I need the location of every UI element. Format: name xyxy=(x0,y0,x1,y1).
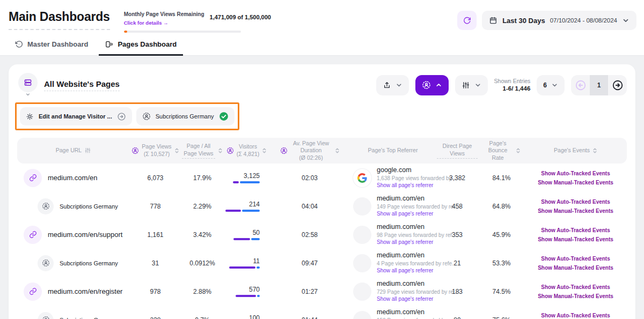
visitors-value: 11 xyxy=(253,257,260,265)
chevron-down-icon xyxy=(622,17,630,24)
pagination: 1 xyxy=(571,75,627,95)
column-sum: (Σ 10,527) xyxy=(142,151,171,158)
show-auto-events-link[interactable]: Show Auto-Tracked Events xyxy=(541,313,610,318)
sort-icon[interactable] xyxy=(262,147,267,154)
show-manual-events-link[interactable]: Show Manual-Tracked Events xyxy=(538,293,613,299)
show-auto-events-link[interactable]: Show Auto-Tracked Events xyxy=(541,199,610,205)
tab-pages-dashboard[interactable]: Pages Dashboard xyxy=(99,36,183,56)
arrow-circle-right-icon xyxy=(117,112,126,121)
export-icon xyxy=(383,81,391,90)
shown-entries-value: 1-6/ 1,446 xyxy=(503,85,531,93)
page-url-cell: Subcriptions Germany xyxy=(17,255,130,271)
page-url-label[interactable]: Subcriptions Germany xyxy=(60,260,118,266)
page-url-label[interactable]: medium.com/en xyxy=(48,174,97,182)
visitor-segment-chip[interactable]: Subcriptions Germany xyxy=(136,107,235,125)
page-title: Main Dashboards xyxy=(9,10,110,30)
dashboard-tabs: Master Dashboard Pages Dashboard xyxy=(0,33,644,56)
sort-icon[interactable] xyxy=(516,147,521,154)
column-label: Page URL xyxy=(56,147,82,154)
show-all-referrer-link[interactable]: Show all page's referrer xyxy=(377,211,436,218)
visitors-cell: 11 xyxy=(224,257,269,269)
visitors-value: 3,125 xyxy=(244,172,260,180)
sort-icon[interactable] xyxy=(592,147,597,154)
current-page-number: 1 xyxy=(590,75,608,95)
referrer-favicon xyxy=(353,197,371,216)
sort-icon[interactable] xyxy=(335,147,340,154)
share-value: 17.9% xyxy=(181,174,224,182)
column-direct: Direct Page Views xyxy=(436,143,479,159)
column-referrer: Page's Top Referrer xyxy=(350,147,436,154)
bounce-rate-value: 75.6% xyxy=(479,316,524,319)
referrer-favicon xyxy=(353,283,371,301)
referrer-name: medium.com/en xyxy=(377,251,436,260)
page-url-label[interactable]: medium.com/en/support xyxy=(48,231,122,239)
visitors-bar-purple xyxy=(225,210,241,212)
page-url-cell: medium.com/en xyxy=(17,169,130,187)
visitors-cell: 214 xyxy=(224,201,269,212)
column-settings-button[interactable] xyxy=(455,75,488,95)
visitor-icon xyxy=(38,312,54,319)
show-all-referrer-link[interactable]: Show all page's referrer xyxy=(377,182,436,189)
visitors-bar-purple xyxy=(233,238,250,240)
sliders-mini-icon[interactable] xyxy=(84,147,91,154)
date-range-picker[interactable]: Last 30 Days 07/10/2024 - 08/08/2024 xyxy=(482,11,636,30)
page-url-label[interactable]: medium.com/en/register xyxy=(48,287,122,295)
sort-icon[interactable] xyxy=(174,147,179,154)
next-page-button[interactable] xyxy=(608,75,627,95)
show-auto-events-link[interactable]: Show Auto-Tracked Events xyxy=(541,256,610,262)
quota-progress-fill xyxy=(124,31,128,33)
direct-views-value: 21 xyxy=(436,259,479,267)
page-size-value: 6 xyxy=(543,81,547,89)
page-url-cell: medium.com/en/support xyxy=(17,226,130,244)
show-all-referrer-link[interactable]: Show all page's referrer xyxy=(377,268,436,275)
show-manual-events-link[interactable]: Show Manual-Tracked Events xyxy=(538,265,613,271)
edit-manage-visitor-button[interactable]: Edit and Manage Visitor ... xyxy=(20,107,132,125)
referrer-name: medium.com/en xyxy=(377,223,436,232)
widget-type-selector[interactable] xyxy=(17,73,39,97)
sort-icon[interactable] xyxy=(218,147,223,154)
visitors-bar xyxy=(229,266,260,269)
referrer-favicon xyxy=(353,311,371,319)
show-auto-events-link[interactable]: Show Auto-Tracked Events xyxy=(541,284,610,290)
export-button[interactable] xyxy=(376,75,409,95)
show-auto-events-link[interactable]: Show Auto-Tracked Events xyxy=(541,227,610,233)
show-all-referrer-link[interactable]: Show all page's referrer xyxy=(377,239,436,246)
direct-views-value: 80 xyxy=(436,316,479,319)
table-row: Subcriptions Germany 778 2.29% 214 04:04… xyxy=(17,192,627,220)
show-manual-events-link[interactable]: Show Manual-Tracked Events xyxy=(538,208,613,214)
share-value: 2.29% xyxy=(181,203,224,210)
history-icon xyxy=(15,40,23,48)
visitor-segment-button[interactable] xyxy=(415,75,449,95)
referrer-detail: 98 Page views forwarded by ref... xyxy=(377,232,436,239)
filter-label: Edit and Manage Visitor ... xyxy=(39,113,112,120)
page-url-label[interactable]: Subcriptions Germany xyxy=(60,203,118,210)
column-label: Av. Page View Duration xyxy=(290,140,332,154)
column-visitors: Visitors (Σ 4,821) xyxy=(224,143,269,158)
show-manual-events-link[interactable]: Show Manual-Tracked Events xyxy=(538,180,613,186)
duration-value: 02:03 xyxy=(269,174,350,182)
events-cell: Show Auto-Tracked Events Show Manual-Tra… xyxy=(524,256,627,271)
page-url-label[interactable]: Subcriptions Germany xyxy=(60,317,118,319)
referrer-name: medium.com/en xyxy=(377,195,436,203)
visitor-icon xyxy=(280,147,288,154)
refresh-button[interactable] xyxy=(457,11,477,30)
visitors-bar-purple xyxy=(236,295,256,297)
show-manual-events-link[interactable]: Show Manual-Tracked Events xyxy=(538,236,613,242)
column-share: Page / All Page Views xyxy=(181,143,224,159)
share-value: 0.7% xyxy=(181,316,224,319)
previous-page-button[interactable] xyxy=(571,75,590,95)
tab-master-dashboard[interactable]: Master Dashboard xyxy=(9,36,94,56)
column-label: Page / All Page Views xyxy=(182,143,215,159)
events-cell: Show Auto-Tracked Events Show Manual-Tra… xyxy=(524,284,627,299)
page-size-select[interactable]: 6 xyxy=(537,75,565,95)
column-label: Page's Top Referrer xyxy=(368,147,418,154)
show-all-referrer-link[interactable]: Show all page's referrer xyxy=(377,296,436,303)
direct-views-value: 353 xyxy=(436,231,479,239)
card-title: All Website's Pages xyxy=(44,79,120,91)
show-auto-events-link[interactable]: Show Auto-Tracked Events xyxy=(541,170,610,176)
visitors-value: 570 xyxy=(249,286,260,293)
arrow-left-circle-icon xyxy=(575,79,587,91)
visitors-value: 100 xyxy=(249,314,260,319)
quota-details-link[interactable]: Click for details → xyxy=(124,20,169,26)
table-row: medium.com/en/register 978 2.88% 570 01:… xyxy=(17,277,627,306)
